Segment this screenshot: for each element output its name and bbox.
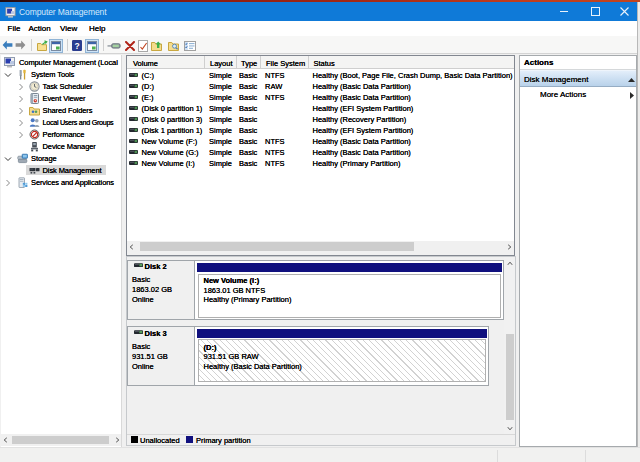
svg-text:?: ? (74, 40, 79, 50)
